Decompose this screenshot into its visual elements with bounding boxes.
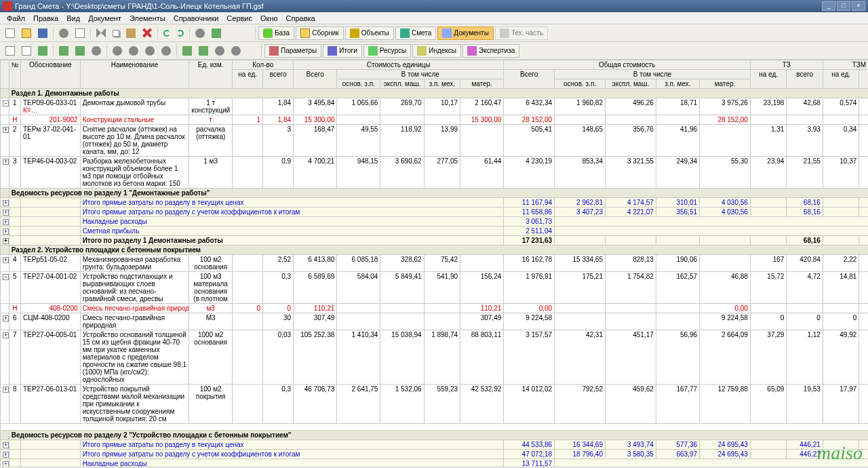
expand-icon[interactable]: + — [3, 461, 9, 467]
parametry-button[interactable]: Параметры — [264, 44, 321, 58]
ekspertiza-button[interactable]: Экспертиза — [462, 44, 519, 58]
close-button[interactable]: × — [852, 1, 865, 11]
row-s2-direct-current[interactable]: +Итого прямые затраты по разделу в текущ… — [1, 440, 869, 450]
row-1[interactable]: − 1 ТЕР09-06-033-01К=… Демонтаж дымовой … — [1, 98, 869, 115]
expand-icon[interactable]: + — [3, 127, 9, 133]
menu-help[interactable]: Справка — [282, 14, 319, 22]
tb2-5[interactable] — [73, 44, 87, 58]
delete-button[interactable] — [140, 26, 155, 40]
cut-button[interactable] — [94, 26, 108, 40]
sbornik-button[interactable]: Сборник — [296, 26, 344, 40]
row-4[interactable]: +4ТЕРр51-05-02Механизированная разработк… — [1, 255, 869, 272]
dokumenty-button[interactable]: Документы — [437, 26, 494, 40]
obekty-button[interactable]: Объекты — [345, 26, 394, 40]
tb2-2[interactable] — [19, 44, 34, 58]
row-1-material[interactable]: Н201-9002 Конструкции стальныет 11,84 15… — [1, 115, 869, 125]
print-button[interactable] — [56, 26, 71, 40]
menu-file[interactable]: Файл — [3, 14, 29, 22]
expand-icon[interactable]: + — [3, 315, 9, 321]
grid[interactable]: № п.п Обоснование Наименование Ед. изм. … — [0, 60, 868, 467]
preview-button[interactable] — [73, 26, 87, 40]
expand-icon[interactable]: + — [3, 159, 9, 165]
menu-elements[interactable]: Элементы — [125, 14, 170, 22]
tb2-4[interactable] — [56, 44, 71, 58]
tb2-13[interactable] — [212, 44, 227, 58]
tb2-11[interactable] — [180, 44, 195, 58]
smeta-button[interactable]: Смета — [395, 26, 436, 40]
save-button[interactable] — [35, 26, 50, 40]
redo-button[interactable] — [174, 26, 186, 40]
menu-edit[interactable]: Правка — [29, 14, 62, 22]
expand-icon[interactable]: + — [3, 210, 9, 216]
baza-button[interactable]: База — [258, 26, 294, 40]
menu-refs[interactable]: Справочники — [170, 14, 223, 22]
col-obsh[interactable]: Общая стоимость — [504, 60, 751, 70]
expand-icon[interactable]: + — [3, 332, 9, 338]
col-kolvo[interactable]: Кол-во — [233, 60, 294, 70]
copy-button[interactable] — [110, 26, 122, 40]
menu-document[interactable]: Документ — [84, 14, 125, 22]
expand-icon[interactable]: + — [3, 387, 9, 393]
section-2-resources[interactable]: +Ведомость ресурсов по разделу 2 "Устрой… — [1, 431, 869, 440]
tb2-3[interactable] — [35, 44, 50, 58]
col-tz[interactable]: ТЗ — [750, 60, 823, 70]
section-1[interactable]: −Раздел 1. Демонтажные работы — [1, 89, 869, 98]
row-s1-overhead[interactable]: +Накладные расходы3 061,73 — [1, 217, 869, 227]
row-3[interactable]: + 3ТЕР46-04-003-02 Разборка железобетонн… — [1, 157, 869, 189]
row-7[interactable]: +7ТЕР27-04-005-01Устройство оснований то… — [1, 330, 869, 385]
indeksy-button[interactable]: Индексы — [412, 44, 461, 58]
expand-icon[interactable]: + — [3, 219, 9, 225]
tb2-6[interactable] — [89, 44, 104, 58]
doc-icon — [22, 46, 31, 56]
row-2[interactable]: + 2ТЕРм 37-02-041-01 Снятие расчалок (от… — [1, 125, 869, 157]
col-naim[interactable]: Наименование — [80, 60, 189, 89]
menu-view[interactable]: Вид — [62, 14, 84, 22]
app-icon — [3, 1, 12, 11]
tb2-7[interactable] — [110, 44, 125, 58]
collapse-icon[interactable]: − — [3, 100, 9, 106]
tb2-8[interactable] — [126, 44, 141, 58]
tb2-9[interactable] — [142, 44, 157, 58]
col-num[interactable]: № п.п — [9, 60, 20, 89]
row-s1-profit[interactable]: +Сметная прибыль2 511,04 — [1, 227, 869, 236]
expand-icon[interactable]: + — [3, 257, 9, 263]
tehchast-button[interactable]: Тех. часть — [495, 26, 548, 40]
row-s1-direct-coeff[interactable]: +Итого прямые затраты по разделу с учето… — [1, 208, 869, 217]
col-tzm[interactable]: ТЗМ — [823, 60, 868, 70]
row-s1-direct-current[interactable]: +Итого прямые затраты по разделу в текущ… — [1, 198, 869, 208]
paste-button[interactable] — [123, 26, 138, 40]
row-s2-direct-coeff[interactable]: +Итого прямые затраты по разделу с учето… — [1, 450, 869, 459]
row-s1-total[interactable]: +Итого по разделу 1 Демонтажные работы17… — [1, 236, 869, 246]
col-ed[interactable]: Ед. изм. — [189, 60, 233, 89]
expand-icon[interactable]: + — [3, 229, 9, 235]
menu-service[interactable]: Сервис — [222, 14, 256, 22]
expand-icon[interactable]: + — [3, 238, 9, 244]
resursy-button[interactable]: Ресурсы — [363, 44, 411, 58]
row-s2-overhead[interactable]: +Накладные расходы13 711,57 — [1, 459, 869, 467]
row-8[interactable]: +8ТЕР27-06-013-01Устройство покрытий сре… — [1, 385, 869, 424]
find-button[interactable] — [193, 26, 208, 40]
undo-button[interactable] — [161, 26, 173, 40]
tb2-10[interactable] — [159, 44, 174, 58]
tb2-14[interactable] — [229, 44, 243, 58]
expand-icon[interactable]: + — [3, 452, 9, 458]
expand-icon[interactable]: + — [3, 200, 9, 206]
itogi-button[interactable]: Итоги — [323, 44, 361, 58]
section-1-resources[interactable]: +Ведомость ресурсов по разделу 1 "Демонт… — [1, 189, 869, 198]
collapse-icon[interactable]: − — [3, 274, 9, 280]
tb2-1[interactable] — [3, 44, 18, 58]
maximize-button[interactable]: □ — [837, 1, 850, 11]
open-button[interactable] — [19, 26, 34, 40]
new-button[interactable] — [3, 26, 18, 40]
row-5-material[interactable]: Н408-0200Смесь песчано-гравийная природ…… — [1, 304, 869, 313]
expand-icon[interactable]: + — [3, 442, 9, 448]
section-2[interactable]: −Раздел 2. Устройство площадки с бетонны… — [1, 246, 869, 255]
menu-window[interactable]: Окно — [256, 14, 282, 22]
col-obosn[interactable]: Обоснование — [20, 60, 80, 89]
row-5[interactable]: −5ТЕР27-04-001-02Устройство подстилающих… — [1, 272, 869, 304]
row-6[interactable]: +6СЦМ-408-0200Смесь песчано-гравийная пр… — [1, 313, 869, 330]
col-stoimed[interactable]: Стоимость единицы — [294, 60, 504, 70]
minimize-button[interactable]: _ — [822, 1, 835, 11]
tb2-12[interactable] — [196, 44, 211, 58]
calc-button[interactable] — [209, 26, 224, 40]
